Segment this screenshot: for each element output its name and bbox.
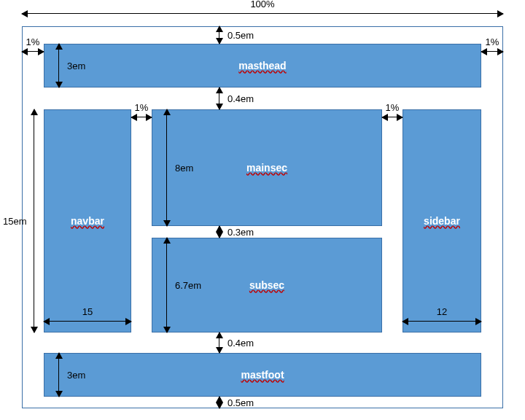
region-masthead-label: masthead xyxy=(238,60,286,71)
region-sidebar-label: sidebar xyxy=(424,215,460,227)
region-masthead: masthead xyxy=(44,44,481,88)
layout-diagram: masthead navbar mainsec subsec sidebar m… xyxy=(0,0,525,420)
region-navbar-label: navbar xyxy=(71,215,104,227)
dim-page-width-label: 100% xyxy=(250,0,274,9)
region-navbar: navbar xyxy=(44,109,131,332)
region-mastfoot: mastfoot xyxy=(44,353,481,397)
region-mainsec-label: mainsec xyxy=(246,162,287,174)
region-mastfoot-label: mastfoot xyxy=(241,369,284,381)
region-mainsec: mainsec xyxy=(152,109,382,226)
region-sidebar: sidebar xyxy=(402,109,481,332)
region-subsec-label: subsec xyxy=(249,279,284,291)
region-subsec: subsec xyxy=(152,238,382,332)
